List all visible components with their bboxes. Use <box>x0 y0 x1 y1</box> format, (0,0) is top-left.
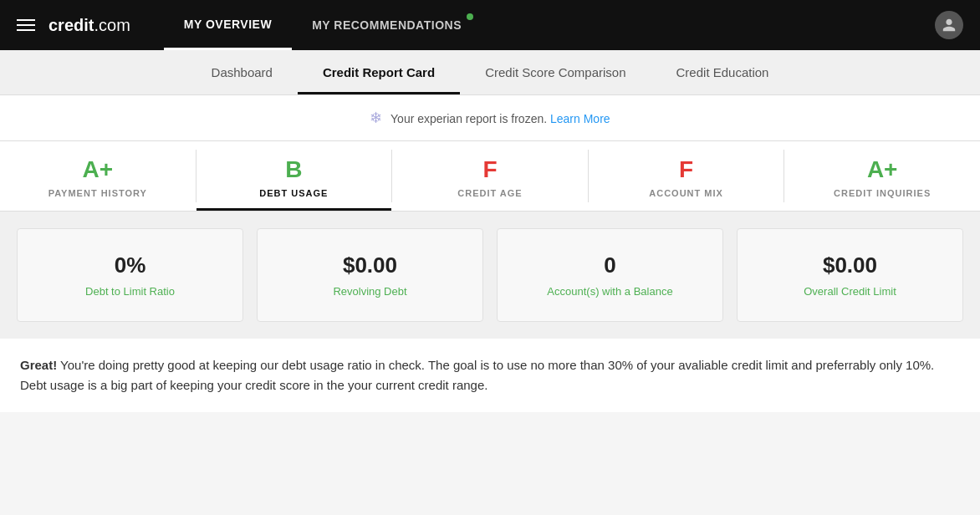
stat-label-credit-limit: Overall Credit Limit <box>751 285 949 298</box>
stat-card-debt-ratio: 0% Debt to Limit Ratio <box>17 228 243 322</box>
description-section: Great! You're doing pretty good at keepi… <box>0 339 980 412</box>
frozen-banner: ❄ Your experian report is frozen. Learn … <box>0 95 980 141</box>
grade-tab-account-mix[interactable]: F ACCOUNT MIX <box>589 141 784 211</box>
nav-my-overview[interactable]: MY OVERVIEW <box>164 0 292 50</box>
stat-card-credit-limit: $0.00 Overall Credit Limit <box>737 228 963 322</box>
grade-label-account-mix: ACCOUNT MIX <box>597 188 776 198</box>
grade-label-credit-inquiries: CREDIT INQUIRIES <box>793 188 972 198</box>
stat-label-debt-ratio: Debt to Limit Ratio <box>31 285 229 298</box>
hamburger-menu[interactable] <box>17 19 35 31</box>
sub-navigation: Dashboard Credit Report Card Credit Scor… <box>0 50 980 95</box>
subnav-credit-report-card[interactable]: Credit Report Card <box>298 50 460 94</box>
grade-label-credit-age: CREDIT AGE <box>401 188 579 198</box>
subnav-credit-education[interactable]: Credit Education <box>651 50 794 94</box>
description-bold: Great! <box>20 358 57 372</box>
stat-value-credit-limit: $0.00 <box>751 252 949 278</box>
logo-text: credit <box>48 16 94 34</box>
grade-tabs: A+ PAYMENT HISTORY B DEBT USAGE F CREDIT… <box>0 141 980 212</box>
grade-label-payment-history: PAYMENT HISTORY <box>8 188 187 198</box>
description-text: You're doing pretty good at keeping our … <box>20 358 934 392</box>
nav-links: MY OVERVIEW MY RECOMMENDATIONS <box>164 0 935 50</box>
grade-tab-payment-history[interactable]: A+ PAYMENT HISTORY <box>0 141 196 211</box>
user-icon <box>942 18 957 33</box>
top-navigation: credit.com MY OVERVIEW MY RECOMMENDATION… <box>0 0 980 50</box>
stat-value-accounts-balance: 0 <box>511 252 709 278</box>
learn-more-link[interactable]: Learn More <box>550 112 610 125</box>
stat-cards-container: 0% Debt to Limit Ratio $0.00 Revolving D… <box>0 212 980 339</box>
nav-right <box>935 11 963 39</box>
grade-tab-credit-age[interactable]: F CREDIT AGE <box>392 141 588 211</box>
grade-label-debt-usage: DEBT USAGE <box>205 188 384 198</box>
logo-suffix: .com <box>94 16 130 34</box>
grade-value-credit-age: F <box>401 156 579 183</box>
grade-value-account-mix: F <box>597 156 776 183</box>
notification-dot <box>467 13 473 20</box>
subnav-dashboard[interactable]: Dashboard <box>186 50 298 94</box>
stat-label-revolving-debt: Revolving Debt <box>271 285 469 298</box>
logo[interactable]: credit.com <box>48 16 130 35</box>
main-content: ❄ Your experian report is frozen. Learn … <box>0 95 980 412</box>
stat-card-accounts-balance: 0 Account(s) with a Balance <box>497 228 723 322</box>
stat-card-revolving-debt: $0.00 Revolving Debt <box>257 228 483 322</box>
grade-tab-debt-usage[interactable]: B DEBT USAGE <box>197 141 392 211</box>
grade-value-credit-inquiries: A+ <box>793 156 972 183</box>
grade-value-debt-usage: B <box>205 156 384 183</box>
grade-value-payment-history: A+ <box>8 156 187 183</box>
stat-label-accounts-balance: Account(s) with a Balance <box>511 285 709 298</box>
subnav-credit-score-comparison[interactable]: Credit Score Comparison <box>460 50 651 94</box>
grade-tab-credit-inquiries[interactable]: A+ CREDIT INQUIRIES <box>784 141 980 211</box>
nav-my-recommendations[interactable]: MY RECOMMENDATIONS <box>292 0 482 50</box>
snowflake-icon: ❄ <box>370 110 382 126</box>
user-avatar-button[interactable] <box>935 11 963 39</box>
stat-value-debt-ratio: 0% <box>31 252 229 278</box>
stat-value-revolving-debt: $0.00 <box>271 252 469 278</box>
frozen-text: Your experian report is frozen. <box>390 112 547 125</box>
